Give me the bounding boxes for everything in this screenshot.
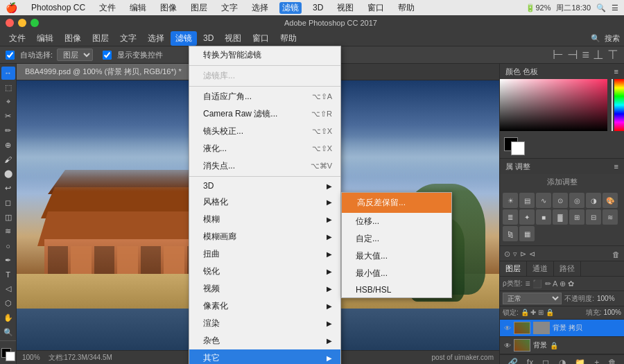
search-icon[interactable]: 🔍 [596, 3, 606, 12]
menu-noise[interactable]: 杂色 ▶ [189, 332, 340, 349]
auto-select-dropdown[interactable]: 图层 [57, 49, 93, 61]
pen-tool[interactable]: ✒ [1, 254, 15, 267]
dodge-tool[interactable]: ○ [1, 239, 15, 252]
adj-pattern[interactable]: ⊞ [569, 209, 584, 225]
hand-tool[interactable]: ✋ [1, 311, 15, 324]
submenu-offset[interactable]: 位移... [342, 213, 451, 230]
adj-selective[interactable]: ≣ [503, 209, 518, 225]
layer-visibility-copy[interactable]: 👁 [504, 324, 511, 332]
maximize-button[interactable] [31, 19, 39, 27]
adj-color[interactable]: 🎨 [603, 193, 618, 208]
adj-curves[interactable]: ∿ [536, 193, 551, 208]
adjustments-menu[interactable]: ≡ [614, 162, 618, 171]
adj-exposure[interactable]: ⊙ [553, 193, 568, 208]
ps-menu-text[interactable]: 文字 [115, 31, 141, 46]
zoom-tool[interactable]: 🔍 [1, 326, 15, 339]
menu-stylize[interactable]: 风格化 ▶ [189, 193, 340, 211]
mac-menu-photoshop[interactable]: Photoshop CC [28, 3, 88, 12]
ps-menu-help[interactable]: 帮助 [275, 31, 302, 46]
mac-menu-view[interactable]: 视图 [334, 2, 356, 14]
menu-filter-gallery[interactable]: 滤镜库... [189, 67, 340, 85]
menu-liquify[interactable]: 液化... ⌥⇧X [189, 140, 340, 157]
auto-select-checkbox[interactable] [6, 51, 15, 60]
adj-hue[interactable]: ◎ [569, 193, 584, 208]
menu-blur[interactable]: 模糊 ▶ [189, 211, 340, 228]
mac-menu-edit[interactable]: 编辑 [127, 2, 149, 14]
tab-paths[interactable]: 路径 [554, 261, 581, 276]
mac-menu-text[interactable]: 文字 [218, 2, 241, 14]
adj-gradient2[interactable]: ▓ [553, 209, 568, 225]
adj-brightness[interactable]: ☀ [503, 193, 518, 208]
eraser-tool[interactable]: ◻ [1, 196, 15, 209]
menu-3d[interactable]: 3D ▶ [189, 178, 340, 193]
menu-sharpen[interactable]: 锐化 ▶ [189, 263, 340, 280]
ps-menu-layer[interactable]: 图层 [87, 31, 114, 46]
gradient-tool[interactable]: ◫ [1, 211, 15, 224]
menu-lens-correction[interactable]: 镜头校正... ⌥⇧X [189, 123, 340, 140]
path-tool[interactable]: ◁ [1, 282, 15, 295]
mask-icon[interactable]: ⊙ [504, 250, 510, 259]
menu-pixelate[interactable]: 像素化 ▶ [189, 297, 340, 315]
adj-add-icon[interactable]: ◑ [559, 358, 566, 364]
color-panel-menu[interactable]: ≡ [614, 67, 618, 76]
submenu-high-pass[interactable]: 高反差保留... [342, 193, 451, 213]
mac-menu-image[interactable]: 图像 [157, 2, 180, 14]
move-tool[interactable]: ↔ [1, 67, 15, 80]
stamp-tool[interactable]: ⬤ [1, 167, 15, 180]
fx-icon[interactable]: fx [527, 358, 533, 364]
menu-camera-raw[interactable]: Camera Raw 滤镜... ⌥⇧R [189, 105, 340, 123]
color-swatches[interactable] [504, 137, 525, 155]
mac-menu-help[interactable]: 帮助 [395, 2, 417, 14]
ps-search-icon[interactable]: 搜索 [605, 33, 620, 44]
lasso-tool[interactable]: ⌖ [1, 96, 15, 109]
folder-icon[interactable]: 📁 [575, 358, 585, 364]
ps-menu-image[interactable]: 图像 [60, 31, 86, 46]
adj-levels[interactable]: ▤ [519, 193, 535, 208]
close-button[interactable] [6, 19, 14, 27]
adj-delete-icon[interactable]: 🗑 [612, 250, 620, 259]
tab-channels[interactable]: 通道 [527, 261, 554, 276]
healing-tool[interactable]: ⊕ [1, 139, 15, 152]
submenu-minimum[interactable]: 最小值... [342, 265, 451, 282]
show-transform-checkbox[interactable] [103, 51, 112, 60]
ps-menu-file[interactable]: 文件 [4, 31, 31, 46]
apple-menu[interactable]: 🍎 [6, 2, 17, 13]
adj-threshold[interactable]: ⧎ [503, 226, 518, 241]
menu-vanishing-point[interactable]: 消失点... ⌥⌘V [189, 157, 340, 175]
menu-icon[interactable]: ☰ [612, 3, 618, 12]
color-picker-area[interactable] [500, 79, 624, 135]
adj-toolbar-4[interactable]: ⊲ [529, 250, 535, 259]
layer-visibility-bg[interactable]: 👁 [504, 342, 511, 349]
blur-tool[interactable]: ≋ [1, 225, 15, 238]
menu-distort[interactable]: 扭曲 ▶ [189, 245, 340, 263]
menu-video[interactable]: 视频 ▶ [189, 280, 340, 297]
crop-tool[interactable]: ✂ [1, 110, 15, 123]
menu-adaptive-wide[interactable]: 自适应广角... ⌥⇧A [189, 88, 340, 105]
menu-blur-gallery[interactable]: 模糊画廊 ▶ [189, 228, 340, 245]
text-tool[interactable]: T [1, 268, 15, 281]
ps-menu-window[interactable]: 窗口 [248, 31, 274, 46]
mac-menu-3d[interactable]: 3D [310, 3, 326, 12]
layer-item-copy[interactable]: 👁 背景 拷贝 [500, 320, 624, 337]
ps-menu-view[interactable]: 视图 [220, 31, 246, 46]
shape-tool[interactable]: ⬡ [1, 297, 15, 310]
submenu-custom[interactable]: 自定... [342, 230, 451, 248]
delete-layer-icon[interactable]: 🗑 [608, 358, 616, 364]
canvas-tab-main[interactable]: B8A4999.psd @ 100% (背景 拷贝, RGB/16*) * [17, 64, 191, 80]
adj-solid[interactable]: ■ [536, 209, 551, 225]
color-tab-label[interactable]: 颜色 色板 [505, 67, 538, 77]
mask-add-icon[interactable]: ◻ [542, 358, 549, 364]
mac-menu-file[interactable]: 文件 [96, 2, 119, 14]
adj-posterize[interactable]: ≋ [603, 209, 618, 225]
mac-menu-filter[interactable]: 滤镜 [279, 2, 302, 14]
blend-mode-select[interactable]: 正常 [503, 293, 562, 304]
layer-filter-icons[interactable]: ⬛ ✏ A ⊕ ✿ [532, 279, 573, 288]
mac-menu-select[interactable]: 选择 [249, 2, 271, 14]
adj-bw[interactable]: ◑ [586, 193, 601, 208]
adj-toolbar-2[interactable]: ▿ [513, 250, 517, 259]
submenu-hsb-hsl[interactable]: HSB/HSL [342, 282, 451, 297]
menu-render[interactable]: 渲染 ▶ [189, 315, 340, 332]
adj-invert[interactable]: ⊟ [586, 209, 601, 225]
fg-bg-colors[interactable] [1, 348, 15, 361]
mac-menu-window[interactable]: 窗口 [365, 2, 387, 14]
